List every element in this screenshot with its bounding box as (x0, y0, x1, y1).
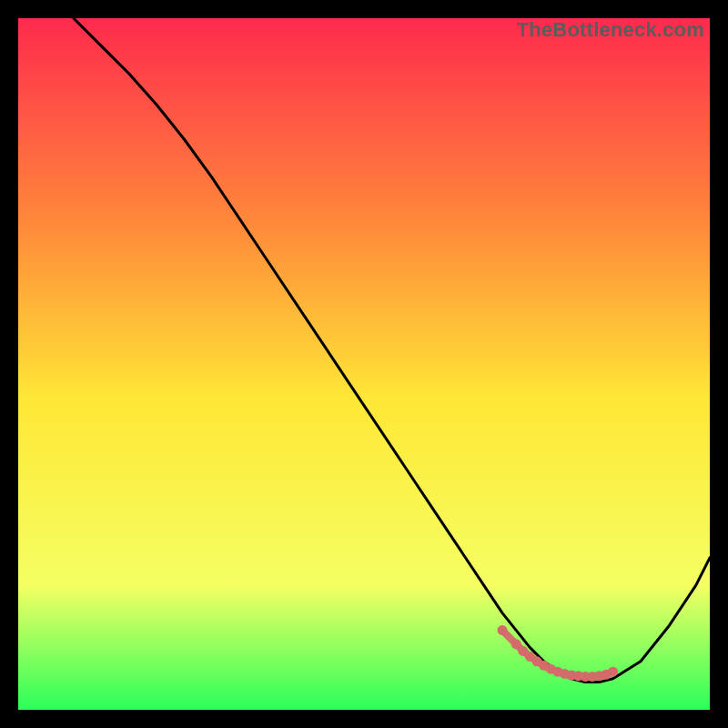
watermark-text: TheBottleneck.com (517, 18, 704, 42)
chart-frame: TheBottleneck.com (18, 18, 710, 710)
gradient-background (18, 18, 710, 710)
marker-dot (608, 667, 618, 677)
marker-dot (498, 625, 508, 635)
chart-svg (18, 18, 710, 710)
